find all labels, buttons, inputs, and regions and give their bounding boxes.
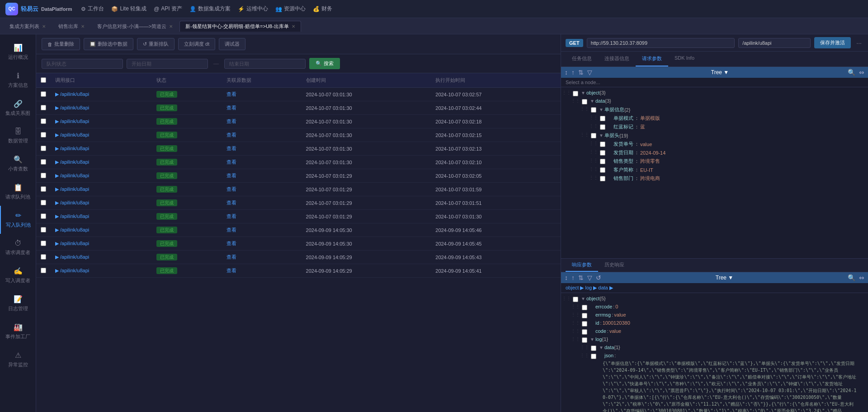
sidebar-item-req-scheduler[interactable]: ⏱ 请求调度者 xyxy=(0,234,36,261)
dots-shipdate[interactable]: ⋮⋮ xyxy=(588,149,599,154)
debug-button[interactable]: 调试器 xyxy=(219,38,245,50)
resp-undo-icon[interactable]: ↺ xyxy=(596,274,601,281)
tab-task-info[interactable]: 任务信息 xyxy=(566,52,598,66)
tab-close-1[interactable]: ✕ xyxy=(81,24,85,29)
row-checkbox-9[interactable] xyxy=(41,213,46,219)
view-link-7[interactable]: 查看 xyxy=(226,186,236,192)
expand-data[interactable]: ▼ xyxy=(590,99,594,104)
nav-lite[interactable]: 📦 Lite 轻集成 xyxy=(111,5,146,13)
cb-saletype[interactable] xyxy=(600,159,605,164)
resp-cb-id[interactable] xyxy=(582,321,587,327)
tab-response-params[interactable]: 响应参数 xyxy=(566,259,598,272)
tab-request-params[interactable]: 请求参数 xyxy=(636,52,668,66)
sidebar-item-monitor[interactable]: ⚠ 异常监控 xyxy=(0,346,36,374)
row-checkbox-8[interactable] xyxy=(41,200,46,205)
api-link-6[interactable]: ▶ /apilink/u8api xyxy=(55,173,147,179)
view-link-2[interactable]: 查看 xyxy=(226,118,236,124)
resp-expand-object[interactable]: ▼ xyxy=(581,296,585,301)
dots-mode[interactable]: ⋮⋮ xyxy=(588,115,599,120)
row-checkbox-7[interactable] xyxy=(41,186,46,192)
row-checkbox-11[interactable] xyxy=(41,241,46,246)
cb-flag[interactable] xyxy=(600,124,605,130)
tree-mode-label[interactable]: Tree ▼ xyxy=(596,69,844,76)
row-checkbox-cell[interactable] xyxy=(36,169,51,183)
api-link-12[interactable]: ▶ /apilink/u8api xyxy=(55,254,147,260)
tree-filter-icon[interactable]: ▽ xyxy=(587,69,592,76)
view-link-12[interactable]: 查看 xyxy=(226,254,236,260)
api-link-3[interactable]: ▶ /apilink/u8api xyxy=(55,132,147,138)
cb-invoice[interactable] xyxy=(591,107,596,113)
view-link-13[interactable]: 查看 xyxy=(226,268,236,273)
resp-up-icon[interactable]: ↑ xyxy=(571,274,575,281)
api-link-0[interactable]: ▶ /apilink/u8api xyxy=(55,91,147,97)
row-checkbox-6[interactable] xyxy=(41,173,46,178)
nav-data[interactable]: 👤 数据集成方案 xyxy=(189,5,231,13)
dots-flag[interactable]: ⋮⋮ xyxy=(588,123,599,128)
more-options-button[interactable]: ··· xyxy=(854,38,863,48)
breadcrumb-object[interactable]: object xyxy=(566,285,579,290)
start-date-input[interactable] xyxy=(127,59,208,69)
sidebar-item-data[interactable]: 🗄 数据管理 xyxy=(0,122,36,150)
api-link-1[interactable]: ▶ /apilink/u8api xyxy=(55,105,147,111)
breadcrumb-log[interactable]: log xyxy=(585,285,592,290)
row-checkbox-cell[interactable] xyxy=(36,223,51,237)
row-checkbox-5[interactable] xyxy=(41,159,46,165)
api-link-13[interactable]: ▶ /apilink/u8api xyxy=(55,268,147,274)
resp-search-icon[interactable]: 🔍 xyxy=(848,274,855,281)
cb-object[interactable] xyxy=(573,91,578,96)
row-checkbox-cell[interactable] xyxy=(36,128,51,142)
sidebar-item-write-queue[interactable]: ✏ 写入队列池 xyxy=(0,206,36,234)
sidebar-item-req-queue[interactable]: 📋 请求队列池 xyxy=(0,178,36,206)
row-checkbox-cell[interactable] xyxy=(36,183,51,196)
resp-cb-log[interactable] xyxy=(582,337,587,343)
tree-search-icon[interactable]: 🔍 xyxy=(848,69,855,76)
tab-close-0[interactable]: ✕ xyxy=(42,24,46,29)
resp-cb-data1[interactable] xyxy=(591,346,596,351)
tab-3[interactable]: 新-领星结算中心-交易明细-赔偿单=>U8-出库单 ✕ xyxy=(179,21,301,32)
cb-dept[interactable] xyxy=(600,176,605,181)
api-link-11[interactable]: ▶ /apilink/u8api xyxy=(55,241,147,246)
api-link-2[interactable]: ▶ /apilink/u8api xyxy=(55,118,147,124)
row-checkbox-1[interactable] xyxy=(41,105,46,110)
tab-history-response[interactable]: 历史响应 xyxy=(598,259,631,272)
tab-sdk-info[interactable]: SDK Info xyxy=(668,52,701,66)
expand-object[interactable]: ▼ xyxy=(581,90,585,95)
view-link-10[interactable]: 查看 xyxy=(226,227,236,232)
dots-saletype[interactable]: ⋮⋮ xyxy=(588,158,599,163)
tab-1[interactable]: 销售出库 ✕ xyxy=(52,21,90,32)
resp-expand-log[interactable]: ▼ xyxy=(590,337,594,342)
sidebar-item-factory[interactable]: 🏭 事件加工厂 xyxy=(0,317,36,346)
row-checkbox-cell[interactable] xyxy=(36,237,51,251)
cb-customer[interactable] xyxy=(600,167,605,173)
tree-select-node[interactable]: Select a node... xyxy=(561,78,868,87)
row-checkbox-3[interactable] xyxy=(41,132,46,137)
batch-delete-button[interactable]: 🗑 批量删除 xyxy=(42,38,80,50)
path-input[interactable] xyxy=(738,38,811,48)
api-link-7[interactable]: ▶ /apilink/u8api xyxy=(55,186,147,192)
row-checkbox-cell[interactable] xyxy=(36,115,51,128)
batch-select-delete-button[interactable]: 🔲 删除选中数据 xyxy=(84,38,133,50)
queue-status-input[interactable] xyxy=(42,59,123,69)
tree-add-icon[interactable]: ↕ xyxy=(565,69,568,76)
nav-ops[interactable]: ⚡ 运维中心 xyxy=(238,5,268,13)
end-date-input[interactable] xyxy=(224,59,306,69)
resp-add-icon[interactable]: ↕ xyxy=(565,274,568,281)
resp-expand-data1[interactable]: ▼ xyxy=(599,345,604,350)
api-link-5[interactable]: ▶ /apilink/u8api xyxy=(55,159,147,165)
cb-shipdate[interactable] xyxy=(600,150,605,156)
tab-2[interactable]: 客户信息对接-小满——>简道云 ✕ xyxy=(91,21,179,32)
cb-head[interactable] xyxy=(591,133,596,138)
url-input[interactable] xyxy=(587,38,735,48)
schedule-button[interactable]: 立刻调度 dt xyxy=(178,38,215,50)
sidebar-item-logs[interactable]: 📝 日志管理 xyxy=(0,289,36,317)
sidebar-item-info[interactable]: ℹ 方案信息 xyxy=(0,66,36,94)
row-checkbox-0[interactable] xyxy=(41,91,46,97)
tree-expand-icon[interactable]: ⇔ xyxy=(859,69,864,76)
dots-0[interactable]: ⋮⋮ xyxy=(561,90,572,95)
tab-connector-info[interactable]: 连接器信息 xyxy=(598,52,636,66)
tab-0[interactable]: 集成方案列表 ✕ xyxy=(4,21,52,32)
row-checkbox-2[interactable] xyxy=(41,118,46,124)
row-checkbox-13[interactable] xyxy=(41,268,46,273)
resp-cb-object[interactable] xyxy=(573,297,578,302)
row-checkbox-4[interactable] xyxy=(41,146,46,151)
